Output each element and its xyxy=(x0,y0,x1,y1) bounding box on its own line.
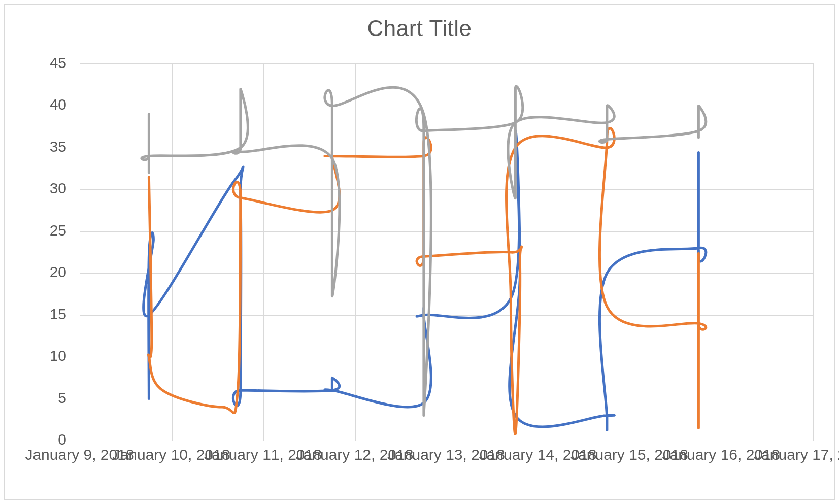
y-axis-tick: 25 xyxy=(26,222,66,239)
y-axis-tick: 35 xyxy=(26,138,66,155)
y-axis-tick: 40 xyxy=(26,96,66,113)
y-axis-tick: 5 xyxy=(26,389,66,407)
series-line-Series2 xyxy=(148,128,706,434)
chart-container: Chart Title 051015202530354045 January 9… xyxy=(4,4,835,500)
plot-area xyxy=(80,63,814,441)
y-axis-tick: 0 xyxy=(26,431,66,448)
y-axis-tick: 30 xyxy=(26,180,66,197)
y-axis-tick: 20 xyxy=(26,263,66,281)
line-series xyxy=(80,64,813,441)
y-axis-tick: 15 xyxy=(26,306,66,323)
y-axis-tick: 45 xyxy=(26,54,66,72)
x-axis-tick: January 17, 2018 xyxy=(754,446,839,463)
chart-title: Chart Title xyxy=(5,16,834,41)
y-axis-tick: 10 xyxy=(26,347,66,364)
gridline-h xyxy=(80,441,813,441)
series-line-Series3 xyxy=(142,86,706,416)
